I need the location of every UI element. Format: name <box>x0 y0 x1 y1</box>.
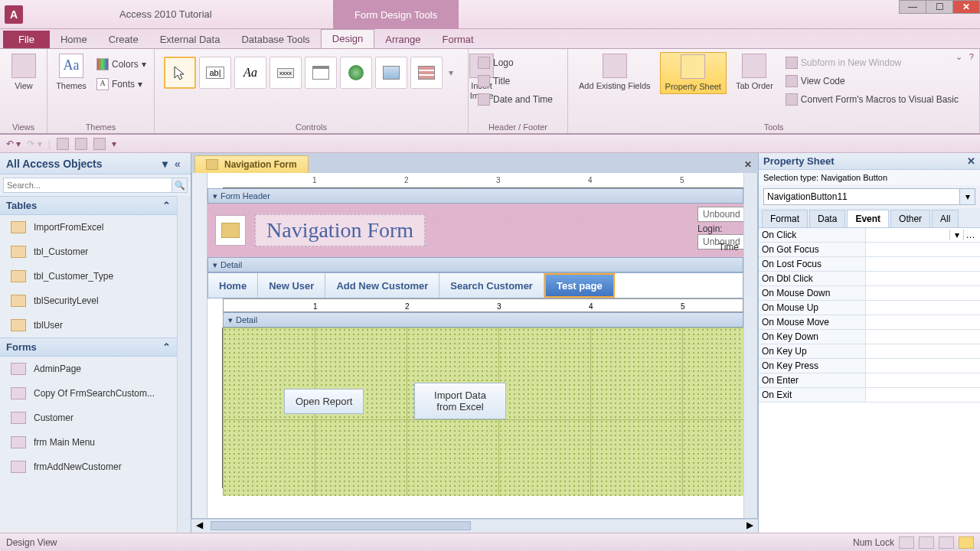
qat-icon2[interactable] <box>75 138 87 150</box>
form-title-label[interactable]: Navigation Form <box>255 214 425 246</box>
nav-item[interactable]: Customer <box>0 406 177 430</box>
nav-scrollbar[interactable] <box>177 196 191 533</box>
property-row[interactable]: On Exit <box>759 388 980 403</box>
ps-tab-format[interactable]: Format <box>762 210 808 227</box>
horizontal-scrollbar[interactable]: ◀▶ <box>191 519 758 533</box>
label-tool[interactable]: Aa <box>234 57 266 89</box>
close-button[interactable]: ✕ <box>952 0 980 14</box>
tab-external-data[interactable]: External Data <box>149 31 231 48</box>
nav-button-add-new-customer[interactable]: Add New Customer <box>325 273 439 298</box>
web-browser-tool[interactable] <box>375 57 407 89</box>
nav-item[interactable]: tblSecurityLevel <box>0 289 177 313</box>
convert-macros-button[interactable]: Convert Form's Macros to Visual Basic <box>782 92 962 107</box>
open-report-button[interactable]: Open Report <box>284 389 364 414</box>
undo-button[interactable]: ↶ ▾ <box>6 139 21 149</box>
tab-database-tools[interactable]: Database Tools <box>230 31 320 48</box>
nav-filter-dropdown[interactable]: ▾ <box>162 158 168 170</box>
ps-tab-data[interactable]: Data <box>809 210 845 227</box>
qat-icon3[interactable] <box>93 138 106 150</box>
nav-button-search-customer[interactable]: Search Customer <box>439 273 544 298</box>
title-button[interactable]: Title <box>475 73 556 89</box>
maximize-button[interactable]: ☐ <box>926 0 953 14</box>
fonts-button[interactable]: AFonts ▾ <box>93 77 149 92</box>
nav-group-tables[interactable]: Tables⌃ <box>0 196 177 215</box>
property-row[interactable]: On Mouse Move <box>759 315 980 330</box>
property-row[interactable]: On Enter <box>759 373 980 388</box>
property-row[interactable]: On Click▾… <box>759 228 980 243</box>
view-design-button[interactable] <box>959 536 974 549</box>
search-input[interactable] <box>3 178 172 193</box>
inner-ruler[interactable]: 1234567 <box>223 298 743 312</box>
nav-item[interactable]: tbl_Customer_Type <box>0 264 177 289</box>
property-row[interactable]: On Mouse Down <box>759 286 980 301</box>
detail-design-area[interactable]: Open Report Import Data from Excel <box>223 328 743 496</box>
ps-tab-other[interactable]: Other <box>890 210 930 227</box>
search-button[interactable]: 🔍 <box>172 178 188 193</box>
view-datasheet-button[interactable] <box>919 536 934 549</box>
minimize-button[interactable]: — <box>899 0 926 14</box>
control-gallery[interactable]: ab| Aa xxxx ▾ <box>161 52 459 93</box>
property-row[interactable]: On Lost Focus <box>759 257 980 272</box>
nav-item[interactable]: frm Main Menu <box>0 430 177 455</box>
tab-design[interactable]: Design <box>321 29 374 48</box>
nav-pane-title[interactable]: All Access Objects <box>6 158 103 170</box>
property-row[interactable]: On Key Up <box>759 344 980 359</box>
property-row[interactable]: On Mouse Up <box>759 301 980 315</box>
nav-item[interactable]: ImportFromExcel <box>0 215 177 240</box>
ps-tab-all[interactable]: All <box>932 210 959 227</box>
object-selector-dropdown[interactable]: ▾ <box>960 188 975 205</box>
select-tool[interactable] <box>164 57 196 89</box>
view-form-button[interactable] <box>899 536 914 549</box>
nav-item[interactable]: frmAddNewCustomer <box>0 455 177 479</box>
nav-group-forms[interactable]: Forms⌃ <box>0 337 177 357</box>
ps-tab-event[interactable]: Event <box>847 210 889 227</box>
property-row[interactable]: On Key Down <box>759 330 980 344</box>
vertical-scrollbar[interactable] <box>743 173 757 518</box>
property-row[interactable]: On Got Focus <box>759 243 980 257</box>
redo-button[interactable]: ↷ ▾ <box>27 139 41 149</box>
logo-button[interactable]: Logo <box>475 55 556 70</box>
textbox-tool[interactable]: ab| <box>199 57 231 89</box>
button-tool[interactable]: xxxx <box>270 57 302 89</box>
tab-order-button[interactable]: Tab Order <box>731 52 778 93</box>
navigation-tool[interactable] <box>410 57 443 89</box>
tab-control-tool[interactable] <box>305 57 337 89</box>
import-data-button[interactable]: Import Data from Excel <box>414 383 506 419</box>
qat-icon1[interactable] <box>57 138 69 150</box>
document-close-button[interactable]: ✕ <box>738 156 758 173</box>
view-layout-button[interactable] <box>939 536 954 549</box>
property-row[interactable]: On Key Press <box>759 359 980 373</box>
nav-item[interactable]: Copy Of FrmSearchCustom... <box>0 381 177 406</box>
themes-button[interactable]: AaThemes <box>54 52 89 93</box>
form-logo-placeholder[interactable] <box>215 215 246 246</box>
nav-button-home[interactable]: Home <box>208 273 258 298</box>
tab-format[interactable]: Format <box>432 31 485 48</box>
colors-button[interactable]: Colors ▾ <box>93 57 149 72</box>
hyperlink-tool[interactable] <box>340 57 372 89</box>
view-code-button[interactable]: View Code <box>782 73 962 89</box>
date-time-button[interactable]: Date and Time <box>475 92 556 107</box>
form-header-area[interactable]: Navigation Form Unbound Login: Unbound T… <box>207 204 743 257</box>
property-row[interactable]: On Dbl Click <box>759 272 980 286</box>
form-header-section-bar[interactable]: ▾Form Header <box>207 188 743 204</box>
tab-arrange[interactable]: Arrange <box>374 31 431 48</box>
nav-collapse-button[interactable]: « <box>171 158 185 170</box>
tab-create[interactable]: Create <box>98 31 149 48</box>
nav-button-test-page[interactable]: Test page <box>544 273 615 298</box>
document-tab[interactable]: Navigation Form <box>194 155 309 173</box>
add-existing-fields-button[interactable]: Add Existing Fields <box>574 52 655 93</box>
unbound-field-1[interactable]: Unbound <box>697 207 743 222</box>
nav-button-new-user[interactable]: New User <box>258 273 325 298</box>
detail-section-bar[interactable]: ▾Detail <box>207 257 743 272</box>
nav-item[interactable]: tbl_Customer <box>0 240 177 264</box>
tab-home[interactable]: Home <box>50 31 98 48</box>
nav-item[interactable]: tblUser <box>0 313 177 337</box>
property-sheet-close[interactable]: ✕ <box>967 155 975 167</box>
ribbon-collapse[interactable]: ⌄ ? <box>956 52 974 62</box>
horizontal-ruler[interactable]: 1234567 <box>223 173 743 188</box>
inner-detail-section-bar[interactable]: ▾Detail <box>223 312 743 328</box>
property-sheet-button[interactable]: Property Sheet <box>660 52 727 94</box>
file-tab[interactable]: File <box>3 31 50 48</box>
nav-item[interactable]: AdminPage <box>0 357 177 381</box>
vertical-ruler[interactable] <box>207 328 223 488</box>
